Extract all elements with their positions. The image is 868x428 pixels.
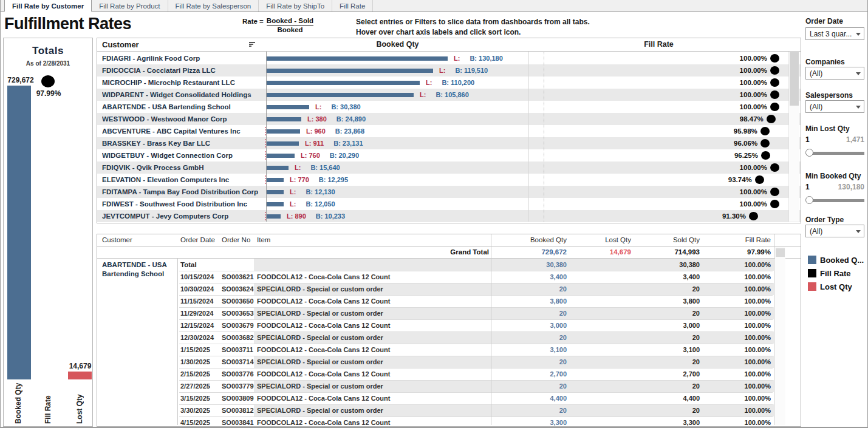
tab-fill-rate[interactable]: Fill Rate — [332, 0, 373, 12]
legend-item-fill-rate[interactable]: Fill Rate — [808, 268, 851, 279]
customer-label[interactable]: BRASSKEY - Brass Key Bar LLC — [102, 137, 264, 149]
fill-rate-dot[interactable] — [770, 200, 779, 208]
order-type-filter-dropdown[interactable]: (All) — [805, 225, 864, 237]
customer-label[interactable]: WESTWOOD - Westwood Manor Corp — [102, 113, 264, 125]
min-lost-qty-slider-handle[interactable] — [805, 149, 813, 157]
customer-label[interactable]: WIDPARENT - Widget Consolidated Holdings — [102, 89, 264, 101]
chart-row-14[interactable]: JEVTCOMPUT - Jevy Computers CorpL: 890B:… — [97, 210, 801, 222]
table-header-item[interactable]: Item — [257, 236, 270, 243]
chart-row-11[interactable]: ELEVATION - Elevation Computers IncL: 77… — [97, 174, 801, 186]
legend-item-lost-qty[interactable]: Lost Qty — [808, 281, 852, 292]
table-header-order-date[interactable]: Order Date — [180, 236, 215, 243]
order-row-13[interactable]: 4/15/2025SO003841FOODCOLA12 - Coca-Cola … — [97, 416, 801, 427]
booked-qty-bar[interactable] — [267, 117, 301, 121]
customer-label[interactable]: MICROCHIP - Microchip Restaurant LLC — [102, 76, 264, 89]
booked-qty-bar[interactable] — [267, 56, 448, 61]
tab-fill-rate-by-product[interactable]: Fill Rate by Product — [92, 0, 168, 12]
order-row-6[interactable]: 12/30/2024SO003682SPECIALORD - Special o… — [97, 331, 801, 344]
tab-fill-rate-by-salesperson[interactable]: Fill Rate by Salesperson — [168, 0, 259, 12]
order-row-4[interactable]: 11/29/2024SO003653SPECIALORD - Special o… — [97, 307, 801, 319]
booked-qty-bar[interactable] — [267, 166, 289, 170]
order-row-2[interactable]: 10/30/2024SO003624SPECIALORD - Special o… — [97, 283, 801, 295]
chart-row-4[interactable]: WIDPARENT - Widget Consolidated Holdings… — [97, 89, 801, 101]
chart-row-7[interactable]: ABCVENTURE - ABC Capital Ventures IncL: … — [97, 125, 801, 137]
booked-qty-bar[interactable] — [267, 69, 433, 73]
order-row-7[interactable]: 1/15/2025SO003711FOODCOLA12 - Coca-Cola … — [97, 344, 801, 356]
fill-rate-dot[interactable] — [761, 151, 770, 160]
customer-label[interactable]: FDIAGRI - Agrilink Food Corp — [102, 52, 264, 64]
booked-qty-bar[interactable] — [267, 81, 420, 85]
fill-rate-dot[interactable] — [770, 90, 779, 99]
booked-qty-bar[interactable] — [267, 105, 309, 109]
fill-rate-dot[interactable] — [760, 127, 770, 135]
chart-row-1[interactable]: FDIAGRI - Agrilink Food CorpL:B: 130,180… — [97, 52, 801, 64]
booked-qty-bar[interactable] — [267, 202, 284, 206]
chart-row-6[interactable]: WESTWOOD - Westwood Manor CorpL: 380B: 2… — [97, 113, 801, 125]
fill-rate-dot[interactable] — [755, 175, 764, 184]
min-booked-qty-slider-track[interactable] — [812, 199, 864, 202]
order-row-9[interactable]: 2/15/2025SO003776FOODCOLA12 - Coca-Cola … — [97, 368, 801, 380]
customer-label[interactable]: FDIQVIK - Qvik Process GmbH — [102, 161, 264, 174]
chart-row-5[interactable]: ABARTENDE - USA Bartending SchoolL:B: 30… — [97, 101, 801, 113]
order-row-1[interactable]: 10/15/2024SO003621FOODCOLA12 - Coca-Cola… — [97, 271, 801, 283]
min-booked-qty-slider-handle[interactable] — [805, 196, 813, 204]
table-header-lost-qty[interactable]: Lost Qty — [571, 236, 631, 243]
fill-rate-dot[interactable] — [760, 139, 770, 148]
fill-rate-dot[interactable] — [770, 66, 779, 75]
min-lost-qty-slider[interactable] — [805, 149, 864, 157]
customer-label[interactable]: FDIWEST - Southwest Food Distribution In… — [102, 198, 264, 210]
customer-total-row[interactable]: Total30,38030,380100.00% — [97, 259, 801, 271]
min-lost-qty-slider-track[interactable] — [812, 152, 864, 155]
totals-fill-rate-dot[interactable] — [41, 75, 55, 87]
chart-row-13[interactable]: FDIWEST - Southwest Food Distribution In… — [97, 198, 801, 210]
order-row-8[interactable]: 1/30/2025SO003714SPECIALORD - Special or… — [97, 356, 801, 368]
table-header-sold-qty[interactable]: Sold Qty — [631, 236, 700, 243]
tab-fill-rate-by-customer[interactable]: Fill Rate by Customer — [4, 0, 92, 12]
order-date-filter-dropdown[interactable]: Last 3 quar... — [805, 27, 864, 40]
grand-total-row[interactable]: Grand Total 729,672 14,679 714,993 97.99… — [97, 246, 801, 259]
table-scrollbar-thumb[interactable] — [776, 248, 785, 257]
chart-row-10[interactable]: FDIQVIK - Qvik Process GmbHL:B: 15,64010… — [97, 161, 801, 174]
customer-label[interactable]: ABARTENDE - USA Bartending School — [102, 101, 264, 113]
table-header-order-no[interactable]: Order No — [222, 236, 250, 243]
booked-qty-bar[interactable] — [267, 178, 284, 182]
customer-label[interactable]: FDICOCCIA - Cocciatari Pizza LLC — [102, 64, 264, 76]
order-row-10[interactable]: 2/27/2025SO003779SPECIALORD - Special or… — [97, 380, 801, 392]
salespersons-filter-dropdown[interactable]: (All) — [805, 100, 864, 113]
customer-label[interactable]: JEVTCOMPUT - Jevy Computers Corp — [102, 210, 264, 222]
booked-qty-column-header[interactable]: Booked Qty — [267, 40, 528, 49]
legend-item-booked-q-[interactable]: Booked Q... — [808, 254, 864, 265]
fill-rate-dot[interactable] — [770, 163, 779, 172]
customer-label[interactable]: ELEVATION - Elevation Computers Inc — [102, 174, 264, 186]
tab-fill-rate-by-shipto[interactable]: Fill Rate by ShipTo — [259, 0, 332, 12]
table-header-customer[interactable]: Customer — [102, 236, 132, 243]
fill-rate-dot[interactable] — [770, 103, 779, 111]
companies-filter-dropdown[interactable]: (All) — [805, 67, 864, 80]
booked-qty-bar[interactable] — [267, 141, 299, 146]
customer-label[interactable]: ABCVENTURE - ABC Capital Ventures Inc — [102, 125, 264, 137]
fill-rate-dot[interactable] — [749, 212, 758, 220]
totals-axis-fill-rate[interactable]: Fill Rate — [44, 379, 52, 424]
fill-rate-dot[interactable] — [767, 115, 776, 123]
chart-row-3[interactable]: MICROCHIP - Microchip Restaurant LLCL:B:… — [97, 76, 801, 89]
table-header-fill-rate[interactable]: Fill Rate — [700, 236, 771, 243]
fill-rate-dot[interactable] — [770, 54, 779, 63]
sort-icon[interactable] — [249, 42, 256, 48]
min-booked-qty-slider[interactable] — [805, 196, 864, 205]
fill-rate-dot[interactable] — [770, 188, 779, 196]
booked-qty-bar[interactable] — [267, 129, 300, 134]
chart-row-12[interactable]: FDITAMPA - Tampa Bay Food Distribution C… — [97, 186, 801, 198]
booked-qty-bar[interactable] — [267, 214, 281, 219]
booked-qty-bar[interactable] — [267, 154, 295, 158]
customer-label[interactable]: WIDGETBUY - Widget Connection Corp — [102, 149, 264, 161]
fill-rate-column-header[interactable]: Fill Rate — [530, 40, 788, 49]
chart-scrollbar[interactable] — [789, 52, 799, 222]
order-row-11[interactable]: 3/15/2025SO003809FOODCOLA12 - Coca-Cola … — [97, 392, 801, 404]
fill-rate-dot[interactable] — [770, 78, 779, 87]
chart-scrollbar-thumb[interactable] — [790, 52, 799, 106]
chart-row-2[interactable]: FDICOCCIA - Cocciatari Pizza LLCL:B: 119… — [97, 64, 801, 76]
order-row-12[interactable]: 3/30/2025SO003812SPECIALORD - Special or… — [97, 404, 801, 416]
customer-column-header[interactable]: Customer — [102, 40, 139, 49]
booked-qty-bar[interactable] — [267, 190, 284, 194]
booked-qty-bar[interactable] — [267, 93, 414, 97]
